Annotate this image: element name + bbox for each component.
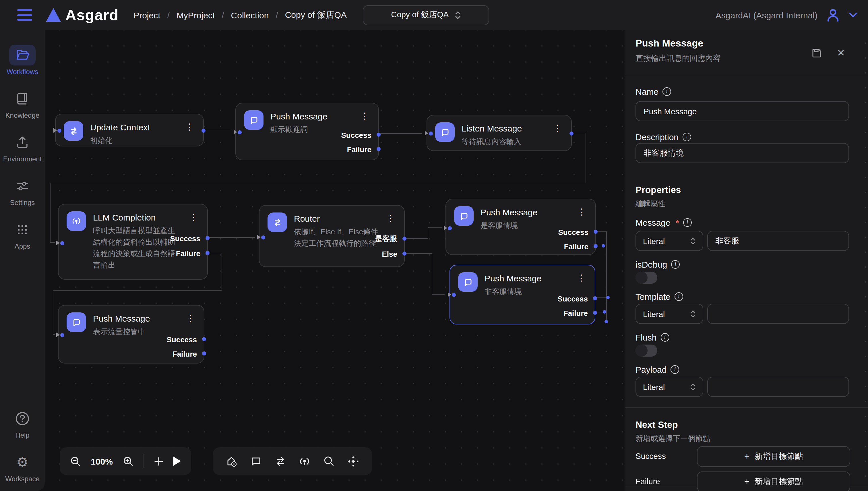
output-success[interactable]: Success bbox=[341, 131, 371, 139]
edge-endpoint[interactable] bbox=[604, 320, 608, 323]
zoom-out-icon[interactable] bbox=[70, 456, 81, 467]
close-icon[interactable]: ✕ bbox=[837, 47, 845, 59]
output-port[interactable] bbox=[569, 132, 573, 136]
input-port[interactable] bbox=[448, 292, 456, 297]
input-port[interactable] bbox=[234, 130, 242, 134]
edge bbox=[208, 253, 221, 253]
node-push-message-non-cs[interactable]: Push Message 非客服情境 ⋮ Success Failure bbox=[449, 265, 595, 324]
input-port[interactable] bbox=[444, 226, 452, 230]
edge bbox=[428, 227, 442, 228]
output-success[interactable]: Success bbox=[558, 295, 588, 302]
sidebar-item-workflows[interactable]: Workflows bbox=[2, 45, 42, 76]
info-icon[interactable]: i bbox=[662, 87, 671, 96]
output-else[interactable]: Else bbox=[382, 250, 397, 258]
node-subtitle: 依據If、Else If、Else條件決定工作流程執行的路徑 bbox=[294, 226, 384, 250]
sidebar-item-apps[interactable]: Apps bbox=[2, 220, 42, 250]
message-type-select[interactable]: Literal bbox=[635, 231, 703, 251]
panel-title: Push Message bbox=[635, 38, 703, 49]
user-icon[interactable] bbox=[826, 7, 840, 22]
top-navbar: Asgard Project / MyProject / Collection … bbox=[0, 0, 868, 30]
menu-icon[interactable] bbox=[17, 9, 32, 21]
template-value-field[interactable] bbox=[707, 304, 849, 324]
sidebar-item-environment[interactable]: Environment bbox=[2, 132, 42, 163]
sidebar-item-knowledge[interactable]: Knowledge bbox=[2, 88, 42, 119]
workflow-canvas[interactable]: Update Context 初始化 ⋮ Push Message 顯示歡迎詞 … bbox=[45, 30, 625, 491]
search-icon[interactable] bbox=[323, 455, 335, 467]
output-failure[interactable]: Failure bbox=[564, 309, 588, 317]
output-failure[interactable]: Failure bbox=[564, 242, 589, 250]
sidebar-item-help[interactable]: Help bbox=[2, 408, 42, 439]
node-update-context[interactable]: Update Context 初始化 ⋮ bbox=[55, 114, 204, 146]
edge-endpoint[interactable] bbox=[602, 244, 605, 248]
edge-endpoint[interactable] bbox=[603, 310, 606, 314]
info-icon[interactable]: i bbox=[660, 333, 669, 342]
payload-type-select[interactable]: Literal bbox=[635, 377, 703, 397]
llm-bulb-icon[interactable] bbox=[299, 455, 311, 467]
breadcrumb-project[interactable]: Project bbox=[133, 10, 160, 20]
info-icon[interactable]: i bbox=[683, 133, 691, 141]
breadcrumb-current[interactable]: Copy of 飯店QA bbox=[285, 9, 347, 20]
asgard-logo-icon bbox=[46, 8, 61, 22]
input-port[interactable] bbox=[56, 333, 64, 337]
payload-value-field[interactable] bbox=[707, 377, 849, 397]
left-sidebar: Workflows Knowledge Environment Settin bbox=[0, 30, 45, 491]
add-node-icon[interactable] bbox=[226, 455, 238, 467]
node-push-message-welcome[interactable]: Push Message 顯示歡迎詞 ⋮ Success Failure bbox=[235, 103, 379, 160]
workflow-selector[interactable]: Copy of 飯店QA bbox=[363, 5, 489, 25]
move-icon[interactable] bbox=[347, 455, 359, 467]
payload-label: Payloadi bbox=[635, 365, 679, 374]
flush-toggle[interactable] bbox=[635, 345, 657, 357]
description-field[interactable] bbox=[635, 143, 849, 163]
info-icon[interactable]: i bbox=[683, 218, 691, 227]
edge bbox=[432, 253, 432, 294]
input-port[interactable] bbox=[257, 235, 265, 239]
output-port[interactable] bbox=[202, 128, 206, 133]
message-value-field[interactable] bbox=[707, 231, 849, 251]
kebab-menu-icon[interactable]: ⋮ bbox=[575, 206, 589, 217]
swap-arrows-icon[interactable] bbox=[274, 455, 286, 467]
node-push-message-cs[interactable]: Push Message 是客服情境 ⋮ Success Failure bbox=[446, 199, 596, 255]
output-is-cs[interactable]: 是客服 bbox=[375, 235, 397, 243]
isdebug-toggle[interactable] bbox=[635, 271, 657, 284]
output-success[interactable]: Success bbox=[167, 336, 197, 343]
node-listen-message[interactable]: Listen Message 等待訊息內容輸入 ⋮ bbox=[426, 115, 572, 151]
breadcrumb-myproject[interactable]: MyProject bbox=[177, 10, 215, 20]
template-type-select[interactable]: Literal bbox=[635, 304, 703, 324]
add-target-node-failure-button[interactable]: + 新增目標節點 bbox=[697, 471, 850, 491]
kebab-menu-icon[interactable]: ⋮ bbox=[575, 272, 588, 283]
add-target-node-success-button[interactable]: + 新增目標節點 bbox=[697, 446, 850, 467]
comment-icon[interactable] bbox=[250, 455, 262, 467]
kebab-menu-icon[interactable]: ⋮ bbox=[384, 212, 397, 223]
breadcrumb-collection[interactable]: Collection bbox=[231, 10, 269, 20]
kebab-menu-icon[interactable]: ⋮ bbox=[183, 121, 196, 132]
output-failure[interactable]: Failure bbox=[176, 249, 200, 257]
edge bbox=[53, 334, 55, 335]
output-success[interactable]: Success bbox=[558, 228, 589, 236]
save-icon[interactable] bbox=[811, 48, 822, 59]
info-icon[interactable]: i bbox=[671, 260, 680, 269]
node-llm-completion[interactable]: LLM Completion 呼叫大型語言模型並產生結構化的資料輸出以輔助流程的… bbox=[58, 204, 208, 280]
kebab-menu-icon[interactable]: ⋮ bbox=[358, 110, 371, 121]
name-field[interactable] bbox=[635, 101, 849, 121]
zoom-in-icon[interactable] bbox=[123, 456, 133, 467]
input-port[interactable] bbox=[53, 128, 61, 133]
run-icon[interactable] bbox=[173, 457, 181, 466]
output-failure[interactable]: Failure bbox=[347, 145, 371, 153]
kebab-menu-icon[interactable]: ⋮ bbox=[184, 312, 197, 323]
chevron-down-icon[interactable] bbox=[848, 12, 858, 18]
node-push-message-throttle[interactable]: Push Message 表示流量控管中 ⋮ Success Failure bbox=[58, 305, 204, 364]
sidebar-item-workspace[interactable]: ⚙ Workspace bbox=[2, 452, 42, 483]
node-subtitle: 非客服情境 bbox=[484, 286, 541, 297]
kebab-menu-icon[interactable]: ⋮ bbox=[551, 122, 564, 133]
input-port[interactable] bbox=[56, 241, 64, 245]
add-icon[interactable] bbox=[154, 456, 163, 466]
node-router[interactable]: Router 依據If、Else If、Else條件決定工作流程執行的路徑 ⋮ … bbox=[259, 205, 405, 267]
sidebar-item-settings[interactable]: Settings bbox=[2, 176, 42, 207]
info-icon[interactable]: i bbox=[675, 292, 683, 301]
info-icon[interactable]: i bbox=[670, 365, 679, 374]
output-success[interactable]: Success bbox=[170, 234, 200, 242]
kebab-menu-icon[interactable]: ⋮ bbox=[187, 211, 200, 222]
output-failure[interactable]: Failure bbox=[173, 350, 197, 358]
edge-endpoint[interactable] bbox=[606, 296, 610, 299]
input-port[interactable] bbox=[425, 131, 433, 136]
